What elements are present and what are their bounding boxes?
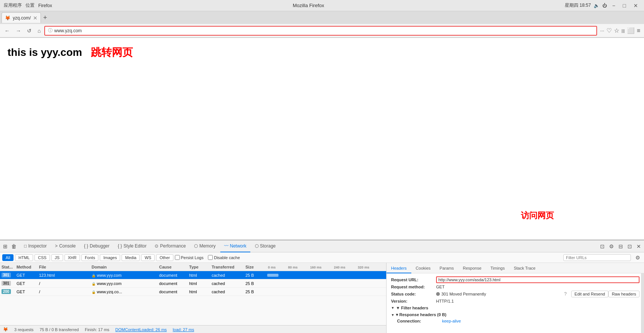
- request-row[interactable]: 200 GET / 🔒 www.yzq.co... document html …: [0, 288, 386, 296]
- url-bar[interactable]: ⓘ www.yzq.com: [44, 26, 597, 36]
- home-button[interactable]: ⌂: [35, 26, 43, 35]
- active-tab[interactable]: 🦊 yzq.com/ ✕: [2, 12, 41, 23]
- storage-label: Storage: [260, 243, 276, 249]
- maximize-button[interactable]: □: [621, 2, 628, 9]
- page-content-wrapper: this is yyy.com 跳转网页: [0, 38, 644, 240]
- nav-bar: ← → ↺ ⌂ ⓘ www.yzq.com ··· ♡ ☆ ||| ⬜ ≡: [0, 24, 644, 38]
- filter-ws-button[interactable]: WS: [141, 254, 155, 261]
- persist-logs-checkbox[interactable]: Persist Logs: [175, 255, 204, 260]
- devtools-left-buttons: ⊞ 🗑: [2, 243, 18, 250]
- filter-images-button[interactable]: Images: [100, 254, 120, 261]
- detail-tab-params[interactable]: Params: [435, 263, 458, 273]
- domain-icon-0: 🔒: [92, 274, 96, 278]
- tab-network[interactable]: 〰 Network: [220, 240, 250, 252]
- disable-cache-checkbox[interactable]: Disable cache: [208, 255, 240, 260]
- tab-memory[interactable]: ⬡ Memory: [190, 240, 219, 252]
- minimize-button[interactable]: −: [610, 2, 617, 9]
- app-menu[interactable]: 应用程序: [4, 2, 22, 9]
- load-link[interactable]: load: 27 ms: [173, 327, 194, 332]
- response-headers-header[interactable]: ▾ Response headers (0 B): [391, 312, 639, 317]
- domain-text-2: www.yzq.co...: [97, 290, 122, 294]
- tab-style-editor[interactable]: { } Style Editor: [114, 240, 150, 252]
- split-view-button[interactable]: ⊟: [617, 243, 624, 250]
- type-0: html: [188, 273, 210, 278]
- detail-content: Request URL: http://www.yyy.com/asda/123…: [387, 273, 644, 333]
- network-filter-toolbar: All HTML CSS JS XHR Fonts Images Media W…: [0, 252, 644, 263]
- tab-console[interactable]: > Console: [51, 240, 80, 252]
- filter-js-button[interactable]: JS: [51, 254, 63, 261]
- disable-cache-input[interactable]: [208, 255, 213, 260]
- type-2: html: [188, 290, 210, 294]
- new-tab-button[interactable]: +: [41, 14, 50, 22]
- page-content: this is yyy.com 跳转网页: [0, 38, 644, 240]
- tab-close-button[interactable]: ✕: [33, 15, 38, 21]
- method-0: GET: [15, 273, 38, 278]
- browser-name-menu[interactable]: Firefox: [38, 3, 52, 8]
- library-icon[interactable]: |||: [621, 28, 625, 33]
- request-row[interactable]: 301 GET 123.html 🔒 www.yyy.com document …: [0, 271, 386, 279]
- detail-tab-cookies[interactable]: Cookies: [411, 263, 435, 273]
- page-link[interactable]: 跳转网页: [91, 45, 133, 60]
- filter-html-button[interactable]: HTML: [15, 254, 33, 261]
- raw-headers-button[interactable]: Raw headers: [608, 291, 639, 297]
- status-help-icon[interactable]: ?: [564, 291, 567, 297]
- filter-other-button[interactable]: Other: [156, 254, 173, 261]
- col-header-transferred: Transferred: [210, 265, 244, 269]
- detail-tab-timings[interactable]: Timings: [486, 263, 509, 273]
- dom-content-loaded-link[interactable]: DOMContentLoaded: 26 ms: [115, 327, 167, 332]
- popout-button[interactable]: ⊡: [626, 243, 633, 250]
- bookmark-icon[interactable]: ♡: [606, 27, 612, 34]
- detail-tab-stack-trace[interactable]: Stack Trace: [509, 263, 540, 273]
- filter-all-button[interactable]: All: [2, 254, 14, 261]
- filter-xhr-button[interactable]: XHR: [65, 254, 80, 261]
- tab-storage[interactable]: ⬡ Storage: [251, 240, 280, 252]
- tab-performance[interactable]: ⊙ Performance: [151, 240, 190, 252]
- title-bar-left: 应用程序 位置 Firefox: [4, 2, 52, 9]
- tab-favicon: 🦊: [5, 15, 11, 21]
- file-2: /: [38, 290, 90, 294]
- request-url-row: Request URL: http://www.yyy.com/asda/123…: [391, 276, 639, 283]
- request-detail-panel: 访问网页 Headers Cookies Params Response Tim…: [387, 263, 644, 333]
- method-2: GET: [15, 290, 38, 294]
- back-button[interactable]: ←: [2, 26, 12, 35]
- request-method-value: GET: [436, 285, 639, 289]
- devtools-close-button[interactable]: ✕: [635, 243, 642, 250]
- devtools-trash-button[interactable]: 🗑: [10, 243, 18, 250]
- connection-value: keep-alive: [442, 319, 639, 323]
- tab-debugger[interactable]: { } Debugger: [80, 240, 113, 252]
- devtools-toggle-button[interactable]: ⊞: [2, 243, 9, 250]
- cause-1: document: [158, 281, 188, 286]
- filter-media-button[interactable]: Media: [122, 254, 140, 261]
- window-title: Mozilla Firefox: [293, 3, 324, 8]
- title-bar-right: 星期四 18:57 🔈 ⏻ − □ ✕: [565, 2, 640, 9]
- filter-headers-header[interactable]: ▼ Filter headers: [391, 306, 639, 310]
- status-value-1: 301: [2, 281, 11, 286]
- edit-resend-button[interactable]: Edit and Resend: [571, 291, 608, 297]
- filter-fonts-button[interactable]: Fonts: [81, 254, 99, 261]
- filter-options-button[interactable]: ⚙: [634, 254, 642, 261]
- col-header-timeline: 0 ms 80 ms 160 ms 240 ms 320 ms: [266, 265, 386, 269]
- position-menu[interactable]: 位置: [26, 2, 35, 9]
- version-label: Version:: [391, 299, 436, 303]
- persist-logs-input[interactable]: [175, 255, 180, 260]
- more-button[interactable]: ···: [600, 28, 604, 33]
- request-row[interactable]: 301 GET / 🔒 www.yyy.com document html ca…: [0, 279, 386, 288]
- close-button[interactable]: ✕: [631, 2, 640, 9]
- filter-css-button[interactable]: CSS: [35, 254, 50, 261]
- dock-button[interactable]: ⊡: [599, 243, 606, 250]
- detail-tab-headers[interactable]: Headers: [387, 263, 411, 273]
- speaker-icon: 🔈: [594, 3, 599, 8]
- domain-text-1: www.yyy.com: [97, 281, 122, 286]
- filter-urls-input[interactable]: [563, 254, 631, 261]
- tab-inspector[interactable]: □ Inspector: [20, 240, 51, 252]
- split-icon[interactable]: ⬜: [627, 27, 635, 34]
- settings-button[interactable]: ⚙: [608, 243, 615, 250]
- hamburger-icon[interactable]: ≡: [637, 27, 640, 34]
- star-icon[interactable]: ☆: [614, 27, 619, 34]
- request-url-label: Request URL:: [391, 278, 436, 282]
- reload-button[interactable]: ↺: [25, 26, 34, 35]
- cause-0: document: [158, 273, 188, 278]
- detail-scrollbar[interactable]: [641, 273, 644, 333]
- forward-button[interactable]: →: [14, 26, 23, 35]
- detail-tab-response[interactable]: Response: [458, 263, 486, 273]
